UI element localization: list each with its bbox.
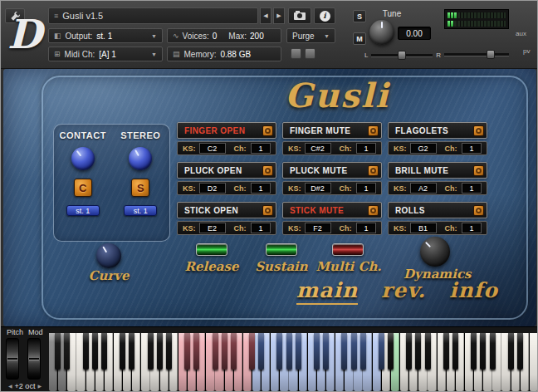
multi-ch-led-button[interactable] (332, 243, 364, 256)
stereo-knob[interactable] (129, 147, 152, 170)
piano-black-key[interactable] (258, 333, 264, 370)
piano-black-key[interactable] (55, 333, 61, 370)
articulation-rolls[interactable]: ROLLS KS: B1 Ch: 1 (388, 202, 487, 235)
piano-black-key[interactable] (341, 333, 347, 370)
curve-knob[interactable] (96, 243, 121, 268)
articulation-finger-open[interactable]: FINGER OPEN KS: C2 Ch: 1 (177, 122, 276, 155)
articulation-pluck-open[interactable]: PLUCK OPEN KS: D2 Ch: 1 (177, 162, 276, 195)
articulation-finger-mute[interactable]: FINGER MUTE KS: C#2 Ch: 1 (282, 122, 382, 155)
articulation-flagolets[interactable]: FLAGOLETS KS: G2 Ch: 1 (388, 122, 487, 155)
ks-value[interactable]: D2 (199, 183, 226, 194)
piano-black-key[interactable] (379, 333, 384, 370)
output-select[interactable]: ◧ Output: st. 1 ▼ (48, 28, 163, 43)
articulation-power-indicator[interactable] (473, 165, 484, 176)
piano-black-key[interactable] (490, 333, 496, 370)
piano-black-key[interactable] (452, 333, 458, 370)
ks-value[interactable]: C2 (199, 143, 226, 154)
header-mini-button-b[interactable] (305, 48, 315, 59)
prev-instrument-button[interactable]: ◀ (260, 7, 271, 24)
tab-rev[interactable]: rev. (381, 278, 426, 302)
ch-value[interactable]: 1 (462, 183, 482, 194)
articulation-power-indicator[interactable] (473, 125, 484, 136)
purge-select[interactable]: Purge ▼ (286, 28, 335, 43)
piano-black-key[interactable] (508, 333, 514, 370)
piano-black-key[interactable] (231, 333, 237, 370)
keyboard-keys[interactable] (49, 333, 538, 392)
piano-black-key[interactable] (193, 333, 199, 370)
articulation-power-indicator[interactable] (262, 205, 273, 216)
ch-value[interactable]: 1 (462, 143, 482, 154)
piano-black-key[interactable] (480, 333, 486, 370)
solo-button[interactable]: S (353, 10, 366, 22)
ks-value[interactable]: G2 (410, 143, 437, 154)
piano-black-key[interactable] (415, 333, 421, 370)
ch-value[interactable]: 1 (356, 223, 376, 233)
piano-black-key[interactable] (314, 333, 320, 370)
contact-knob[interactable] (71, 147, 95, 170)
contact-button[interactable]: C (74, 179, 92, 197)
piano-black-key[interactable] (286, 333, 292, 370)
stereo-output-select[interactable]: st. 1 (124, 205, 157, 216)
octave-shift-control[interactable]: ◀ +2 oct ▶ (2, 380, 47, 391)
piano-black-key[interactable] (443, 333, 449, 370)
piano-black-key[interactable] (83, 333, 89, 370)
piano-black-key[interactable] (129, 333, 134, 370)
ch-value[interactable]: 1 (251, 183, 271, 194)
mod-wheel[interactable] (27, 338, 41, 380)
piano-black-key[interactable] (184, 333, 190, 370)
ks-value[interactable]: F2 (305, 223, 331, 233)
ks-value[interactable]: C#2 (305, 143, 331, 154)
pan-handle[interactable] (398, 51, 406, 60)
piano-black-key[interactable] (323, 333, 329, 370)
articulation-pluck-mute[interactable]: PLUCK MUTE KS: D#2 Ch: 1 (282, 162, 382, 195)
piano-black-key[interactable] (157, 333, 163, 370)
tab-info[interactable]: info (449, 278, 498, 302)
piano-black-key[interactable] (517, 333, 523, 370)
pv-label[interactable]: pv (523, 47, 530, 55)
piano-black-key[interactable] (276, 333, 282, 370)
articulation-power-indicator[interactable] (262, 165, 273, 176)
piano-black-key[interactable] (296, 333, 301, 370)
articulation-brill-mute[interactable]: BRILL MUTE KS: A2 Ch: 1 (388, 162, 487, 195)
piano-black-key[interactable] (360, 333, 366, 370)
ks-value[interactable]: A2 (410, 183, 437, 194)
volume-handle[interactable] (487, 50, 495, 59)
tune-knob[interactable] (369, 20, 394, 45)
volume-slider[interactable] (444, 49, 509, 61)
info-button[interactable]: i (314, 7, 335, 24)
piano-white-key[interactable] (530, 333, 538, 391)
ch-value[interactable]: 1 (356, 143, 376, 154)
articulation-power-indicator[interactable] (262, 125, 273, 136)
instrument-menu-icon[interactable]: ≡ (54, 12, 58, 20)
piano-black-key[interactable] (92, 333, 98, 370)
contact-output-select[interactable]: st. 1 (66, 205, 100, 216)
pitch-wheel[interactable] (6, 338, 19, 380)
next-instrument-button[interactable]: ▶ (273, 7, 285, 24)
snapshot-button[interactable] (288, 7, 311, 24)
articulation-power-indicator[interactable] (473, 205, 484, 216)
mute-button[interactable]: M (353, 32, 366, 45)
piano-black-key[interactable] (406, 333, 412, 370)
release-led-button[interactable] (196, 243, 227, 256)
octave-up-icon[interactable]: ▶ (37, 383, 42, 389)
articulation-stick-open[interactable]: STICK OPEN KS: E2 Ch: 1 (177, 202, 276, 235)
aux-label[interactable]: aux (516, 30, 526, 37)
piano-black-key[interactable] (64, 333, 70, 370)
ch-value[interactable]: 1 (356, 183, 376, 194)
midi-select[interactable]: ⊞ Midi Ch: [A] 1 ▼ (48, 47, 163, 61)
dynamics-knob[interactable] (420, 237, 450, 267)
octave-down-icon[interactable]: ◀ (8, 383, 12, 389)
instrument-title-bar[interactable]: ≡ Gusli v1.5 (48, 7, 258, 24)
piano-black-key[interactable] (120, 333, 125, 370)
piano-black-key[interactable] (148, 333, 154, 370)
piano-black-key[interactable] (471, 333, 477, 370)
piano-black-key[interactable] (249, 333, 255, 370)
stereo-button[interactable]: S (131, 179, 149, 197)
piano-black-key[interactable] (388, 333, 394, 370)
ks-value[interactable]: D#2 (305, 183, 331, 194)
piano-black-key[interactable] (425, 333, 431, 370)
tab-main[interactable]: main (296, 278, 358, 305)
piano-black-key[interactable] (101, 333, 107, 370)
pan-slider[interactable]: L R (364, 50, 441, 61)
piano-black-key[interactable] (166, 333, 172, 370)
